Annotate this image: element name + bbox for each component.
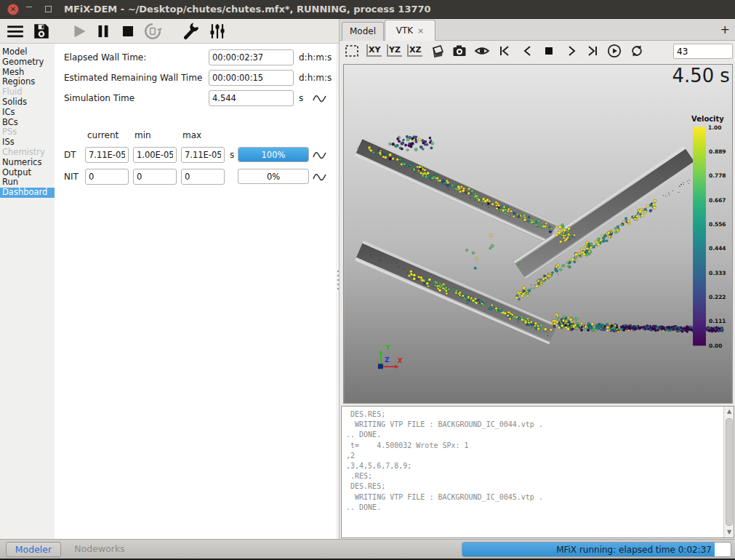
remaining-wall-time-label: Estimated Remaining Wall Time [64,70,202,86]
sidebar-item-output[interactable]: Output [0,168,55,178]
sidebar-item-solids[interactable]: Solids [0,97,55,108]
svg-text:0.222: 0.222 [709,294,726,300]
sidebar-item-bcs[interactable]: BCs [0,118,55,128]
camera-icon[interactable] [451,43,467,59]
simulation-time-input[interactable] [209,90,294,106]
remaining-wall-time-input[interactable] [209,70,294,86]
scroll-thumb[interactable] [726,418,733,526]
pause-icon[interactable] [94,22,113,41]
wrench-icon[interactable] [182,22,201,41]
nit-sparkline-icon[interactable] [313,171,327,183]
nit-progress-label: 0% [238,169,308,183]
svg-text:0.889: 0.889 [709,148,726,155]
play-icon[interactable] [70,22,89,41]
sidebar-item-mesh[interactable]: Mesh [0,68,55,78]
play-animation-icon[interactable] [606,43,622,59]
view-xz-icon[interactable]: XZ [407,44,422,57]
sidebar-item-dashboard[interactable]: Dashboard [0,188,55,198]
last-frame-icon[interactable] [585,43,601,59]
dt-sparkline-icon[interactable] [313,149,327,161]
window-minimize-button[interactable]: ─ [26,1,32,12]
nav-sidebar: ModelGeometryMeshRegionsFluidSolidsICsBC… [0,44,55,539]
console-scrollbar[interactable]: ▲ ▼ [723,407,734,537]
scroll-down-icon[interactable]: ▼ [724,527,734,537]
output-console[interactable]: DES.RES; WRITING VTP FILE : BACKGROUND_I… [341,406,734,538]
svg-text:0.444: 0.444 [709,245,726,252]
vtk-toolbar: XY YZ XZ [340,41,735,61]
sidebar-item-geometry[interactable]: Geometry [0,57,55,68]
nit-progress-bar: 0% [238,169,309,184]
svg-text:0.00: 0.00 [709,343,722,349]
column-header-current: current [87,129,119,141]
dashboard-panel: Elapsed Wall Time: d:h:m:s Estimated Rem… [55,44,336,539]
dt-progress-label: 100% [238,148,308,161]
dt-row-label: DT [64,147,76,163]
elapsed-wall-time-label: Elapsed Wall Time: [64,49,146,65]
menu-icon[interactable] [6,22,25,41]
window-title: MFiX-DEM - ~/Desktop/chutes/chutes.mfx*,… [64,0,431,19]
svg-text:X: X [398,357,403,364]
svg-text:0.778: 0.778 [709,172,726,179]
vtk-scene: Velocity1.000.8890.7780.6670.5560.4440.3… [344,65,732,403]
reset-icon[interactable] [143,22,162,41]
column-header-min: min [134,129,151,141]
remaining-wall-time-unit: d:h:m:s [299,70,332,86]
stop-playback-icon[interactable] [541,43,557,59]
simulation-time-unit: s [299,90,303,106]
sidebar-item-numerics[interactable]: Numerics [0,158,55,168]
save-icon[interactable] [32,22,51,41]
scroll-up-icon[interactable]: ▲ [724,407,734,417]
view-xy-icon[interactable]: XY [366,44,382,57]
nodeworks-tab-button[interactable]: Nodeworks [67,542,132,557]
visibility-eye-icon[interactable] [474,43,490,59]
console-text: DES.RES; WRITING VTP FILE : BACKGROUND_I… [342,407,734,516]
stop-icon[interactable] [119,22,137,41]
simulation-time-label: Simulation Time [64,90,134,106]
sidebar-item-model[interactable]: Model [0,47,55,57]
sidebar-item-fluid: Fluid [0,87,55,97]
dt-min-input[interactable] [133,147,177,163]
run-progress-bar: MFiX running: elapsed time 0:02:37 [462,542,731,557]
nit-current-input[interactable] [85,169,129,185]
view-panel: Model VTK× + XY YZ XZ [339,19,735,539]
tab-close-icon[interactable]: × [417,26,424,36]
sidebar-item-ics[interactable]: ICs [0,108,55,118]
svg-text:1.00: 1.00 [708,124,721,131]
sidebar-item-run[interactable]: Run [0,177,55,188]
tab-model[interactable]: Model [342,22,384,41]
tab-vtk-label: VTK [396,25,413,36]
modeler-tab-button[interactable]: Modeler [6,542,61,557]
previous-frame-icon[interactable] [520,43,536,59]
loop-icon[interactable] [629,43,645,59]
sliders-icon[interactable] [208,22,227,41]
svg-text:0.111: 0.111 [709,318,726,324]
dt-max-input[interactable] [181,147,225,163]
reset-view-icon[interactable] [344,43,360,59]
dt-unit: s [230,147,234,163]
svg-text:4.50 s: 4.50 s [672,65,730,87]
window-close-button[interactable]: ✕ [7,4,19,15]
nit-min-input[interactable] [133,169,177,185]
add-tab-button[interactable]: + [720,23,730,36]
dt-current-input[interactable] [85,147,129,163]
simulation-time-sparkline-icon[interactable] [313,92,327,104]
tab-vtk[interactable]: VTK× [385,20,435,41]
elapsed-wall-time-unit: d:h:m:s [299,49,332,65]
nit-max-input[interactable] [181,169,225,185]
first-frame-icon[interactable] [497,43,513,59]
view-yz-icon[interactable]: YZ [387,44,402,57]
elapsed-wall-time-input[interactable] [209,49,294,65]
svg-text:Y: Y [385,344,390,351]
tab-model-label: Model [350,26,376,36]
mfix-window: ✕ ─ MFiX-DEM - ~/Desktop/chutes/chutes.m… [0,0,735,560]
next-frame-icon[interactable] [563,43,579,59]
window-restore-button[interactable] [45,6,52,12]
view-tab-bar: Model VTK× + [340,19,735,41]
sidebar-item-iss[interactable]: ISs [0,137,55,148]
vtk-viewport[interactable]: Velocity1.000.8890.7780.6670.5560.4440.3… [343,64,733,404]
sidebar-item-regions[interactable]: Regions [0,77,55,87]
main-toolbar [0,19,339,44]
frame-number-input[interactable] [673,44,733,59]
sidebar-item-pss: PSs [0,127,55,137]
perspective-icon[interactable] [430,43,446,59]
